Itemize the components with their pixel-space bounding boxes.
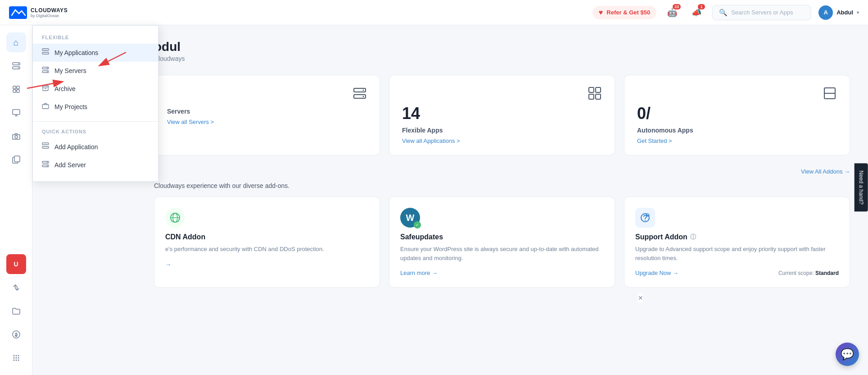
sidebar-apps-grid-icon[interactable]	[6, 79, 26, 99]
dismiss-button[interactable]: ×	[638, 293, 643, 303]
dropdown-my-servers-label: My Servers	[54, 67, 86, 74]
stat-apps-icon	[588, 86, 602, 101]
cdn-icon	[165, 208, 185, 228]
servers-list-icon	[42, 66, 49, 75]
svg-rect-34	[42, 143, 49, 145]
notification-badge: 23	[673, 4, 681, 9]
scope-label: Current scope:	[778, 270, 814, 276]
addons-section-header: View All Addons →	[154, 168, 850, 175]
dropdown-item-archive[interactable]: Archive	[33, 80, 158, 98]
dropdown-add-server[interactable]: Add Server	[33, 156, 158, 174]
logo[interactable]: CLOUDWAYS by DigitalOcean	[9, 6, 99, 19]
sidebar-billing-icon[interactable]	[6, 325, 26, 344]
stat-autonomous-icon	[823, 86, 837, 101]
top-navigation: CLOUDWAYS by DigitalOcean ♥ Refer & Get …	[0, 0, 868, 25]
dropdown-add-server-label: Add Server	[54, 161, 86, 169]
sidebar-transfer-icon[interactable]	[6, 278, 26, 297]
info-icon: ⓘ	[690, 233, 696, 241]
svg-point-15	[13, 331, 20, 338]
megaphone-icon-button[interactable]: 📣 1	[688, 4, 705, 21]
safeupdates-title: Safeupdates	[400, 233, 604, 241]
safeupdates-desc: Ensure your WordPress site is always sec…	[400, 245, 604, 262]
svg-rect-7	[13, 90, 16, 92]
dropdown-add-application[interactable]: Add Application	[33, 138, 158, 156]
addons-desc: Cloudways experience with our diverse ad…	[154, 182, 850, 189]
svg-point-4	[18, 68, 19, 69]
chat-icon: 💬	[841, 348, 854, 361]
svg-point-16	[13, 355, 14, 357]
nav-dropdown: FLEXIBLE My Applications My Servers	[32, 25, 158, 182]
support-title: Support Addon ⓘ	[635, 233, 839, 241]
view-all-addons-link[interactable]: View All Addons →	[801, 168, 850, 175]
svg-rect-26	[42, 52, 49, 54]
svg-point-23	[15, 360, 17, 361]
page-title: odul	[154, 40, 850, 54]
megaphone-badge: 1	[698, 4, 705, 9]
sidebar-clone-icon[interactable]	[6, 150, 26, 169]
add-server-icon	[42, 160, 49, 169]
svg-rect-6	[17, 86, 19, 89]
svg-point-19	[13, 357, 14, 359]
support-desc: Upgrade to Advanced support scope and en…	[635, 245, 839, 262]
feedback-tab[interactable]: Need a hand?	[854, 163, 868, 211]
u-label: U	[14, 261, 18, 268]
dropdown-item-my-projects[interactable]: My Projects	[33, 98, 158, 116]
dropdown-item-my-servers[interactable]: My Servers	[33, 62, 158, 80]
svg-rect-49	[589, 94, 594, 99]
svg-rect-5	[13, 86, 16, 89]
svg-rect-31	[42, 86, 49, 87]
page-subtitle: Cloudways	[154, 55, 850, 62]
view-all-applications-link[interactable]: View all Applications >	[402, 137, 602, 144]
archive-icon	[42, 84, 49, 93]
svg-point-57	[645, 220, 646, 221]
cdn-desc: e's performance and security with CDN an…	[165, 245, 369, 254]
flex-apps-label: Flexible Apps	[402, 127, 602, 134]
logo-text: CLOUDWAYS	[31, 7, 68, 14]
search-bar[interactable]: 🔍 Search Servers or Apps	[712, 5, 811, 20]
svg-rect-8	[17, 90, 19, 92]
applications-icon	[42, 48, 49, 57]
dropdown-archive-label: Archive	[54, 85, 76, 92]
refer-label: Refer & Get $50	[606, 9, 650, 16]
support-icon	[635, 208, 655, 228]
sidebar-home-icon[interactable]: ⌂	[6, 32, 26, 52]
sidebar-monitor-icon[interactable]	[6, 103, 26, 123]
sidebar-grid-dots-icon[interactable]	[6, 348, 26, 368]
svg-rect-50	[596, 94, 601, 99]
stats-row: Servers View all Servers > 14 Flexible A…	[154, 75, 850, 155]
user-name: Abdul	[836, 9, 853, 16]
svg-rect-35	[42, 146, 49, 148]
cdn-addon-card: CDN Addon e's performance and security w…	[154, 197, 380, 288]
svg-point-45	[363, 90, 364, 91]
logo-sub: by DigitalOcean	[31, 14, 68, 18]
dropdown-item-my-applications[interactable]: My Applications	[33, 44, 158, 62]
search-placeholder: Search Servers or Apps	[731, 9, 793, 16]
get-started-link[interactable]: Get Started >	[637, 137, 837, 144]
current-scope: Current scope: Standard	[778, 270, 839, 276]
servers-label: Servers	[167, 108, 367, 115]
upgrade-now-link[interactable]: Upgrade Now →	[635, 270, 678, 276]
add-application-icon	[42, 142, 49, 151]
svg-rect-25	[42, 49, 49, 50]
svg-point-46	[363, 96, 364, 97]
safeupdates-addon-card: W ✓ Safeupdates Ensure your WordPress si…	[389, 197, 615, 288]
safeupdates-link[interactable]: Learn more →	[400, 270, 604, 276]
sidebar-servers-icon[interactable]	[6, 56, 26, 76]
stat-servers-icon	[353, 86, 367, 101]
heart-icon: ♥	[599, 9, 603, 17]
svg-point-22	[13, 360, 14, 361]
sidebar-folder-icon[interactable]	[6, 301, 26, 321]
cdn-link[interactable]: →	[165, 261, 369, 268]
user-menu[interactable]: A Abdul ▾	[818, 5, 859, 20]
sidebar-camera-icon[interactable]	[6, 126, 26, 146]
chat-button[interactable]: 💬	[836, 343, 859, 366]
svg-rect-33	[42, 105, 49, 109]
svg-point-3	[18, 64, 19, 64]
svg-point-21	[18, 357, 19, 359]
view-all-servers-link[interactable]: View all Servers >	[167, 119, 367, 125]
sidebar: ⌂	[0, 25, 32, 375]
scope-value: Standard	[815, 270, 839, 276]
sidebar-u-icon[interactable]: U	[6, 254, 26, 274]
refer-button[interactable]: ♥ Refer & Get $50	[592, 6, 656, 19]
bot-icon-button[interactable]: 🤖 23	[664, 4, 681, 21]
